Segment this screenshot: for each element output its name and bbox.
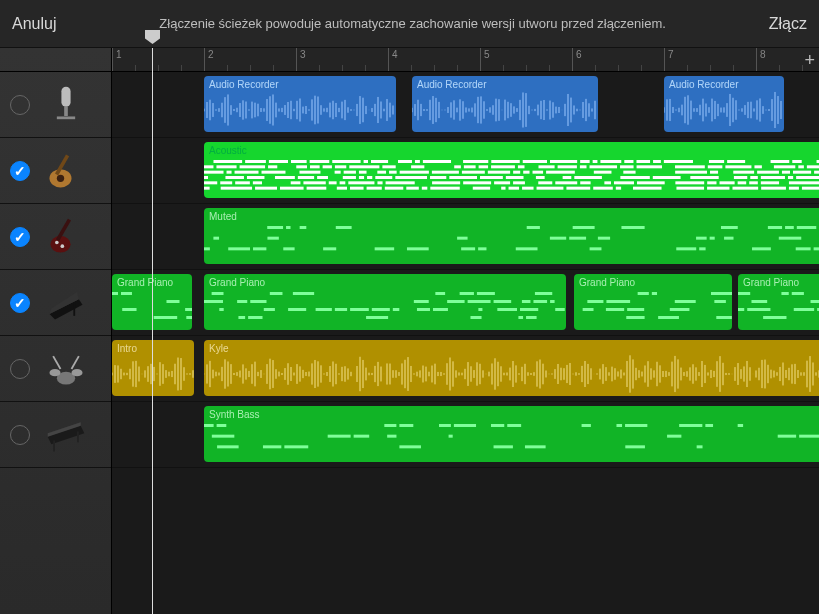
track-select-checkbox[interactable] (10, 227, 30, 247)
svg-rect-115 (536, 176, 545, 179)
track-lane-drums[interactable]: IntroKyle (112, 336, 819, 402)
svg-rect-131 (303, 181, 325, 184)
region[interactable]: Kyle (204, 340, 819, 396)
svg-rect-88 (523, 171, 529, 174)
region[interactable]: Intro (112, 340, 194, 396)
svg-point-12 (72, 369, 83, 376)
track-select-checkbox[interactable] (10, 425, 30, 445)
svg-rect-279 (751, 300, 767, 303)
svg-rect-315 (697, 445, 703, 448)
svg-rect-231 (535, 292, 552, 295)
ruler-bar-label: 2 (208, 49, 214, 60)
svg-rect-76 (262, 171, 286, 174)
svg-rect-288 (384, 424, 396, 427)
svg-rect-159 (337, 187, 347, 190)
region[interactable]: Synth Bass (204, 406, 819, 462)
svg-line-14 (72, 356, 79, 369)
svg-rect-29 (491, 160, 519, 163)
svg-rect-71 (798, 165, 804, 168)
svg-rect-216 (796, 247, 811, 250)
svg-rect-287 (217, 424, 227, 427)
svg-rect-35 (624, 160, 633, 163)
track-header-synth[interactable] (0, 402, 111, 468)
svg-rect-109 (375, 176, 392, 179)
svg-rect-257 (248, 316, 262, 319)
track-select-checkbox[interactable] (10, 359, 30, 379)
merge-header: Anuluj Złączenie ścieżek powoduje automa… (0, 0, 819, 48)
track-header-acoustic[interactable] (0, 138, 111, 204)
track-select-checkbox[interactable] (10, 293, 30, 313)
timeline[interactable]: + 12345678 Audio RecorderAudio RecorderA… (112, 48, 819, 614)
ruler-bar-label: 8 (760, 49, 766, 60)
svg-rect-92 (623, 171, 635, 174)
svg-rect-162 (385, 187, 404, 190)
track-lane-mic[interactable]: Audio RecorderAudio RecorderAudio Record… (112, 72, 819, 138)
svg-rect-209 (461, 247, 475, 250)
cancel-button[interactable]: Anuluj (12, 15, 56, 33)
track-lanes: Audio RecorderAudio RecorderAudio Record… (112, 72, 819, 614)
ruler-tick (595, 65, 596, 71)
svg-rect-205 (283, 247, 294, 250)
svg-rect-155 (221, 187, 252, 190)
region[interactable]: Audio Recorder (664, 76, 784, 132)
svg-rect-152 (761, 181, 779, 184)
svg-rect-306 (778, 435, 796, 438)
svg-rect-229 (460, 292, 474, 295)
add-bar-button[interactable]: + (804, 50, 815, 71)
svg-rect-193 (267, 237, 278, 240)
svg-rect-138 (463, 181, 491, 184)
track-header-mic[interactable] (0, 72, 111, 138)
svg-rect-172 (593, 187, 613, 190)
svg-rect-78 (335, 171, 341, 174)
svg-rect-294 (582, 424, 591, 427)
track-header-bass[interactable] (0, 204, 111, 270)
region[interactable]: Muted (204, 208, 819, 264)
track-lane-bass[interactable]: Muted (112, 204, 819, 270)
piano-icon (42, 279, 90, 327)
svg-rect-16 (53, 440, 55, 451)
svg-rect-233 (237, 300, 247, 303)
svg-rect-219 (121, 292, 132, 295)
svg-rect-117 (574, 176, 602, 179)
svg-rect-19 (269, 160, 288, 163)
svg-rect-57 (479, 165, 488, 168)
region[interactable]: Acoustic (204, 142, 819, 198)
track-lane-acoustic[interactable]: Acoustic (112, 138, 819, 204)
guitar-icon (42, 147, 90, 195)
region[interactable]: Grand Piano (738, 274, 819, 330)
region[interactable]: Grand Piano (574, 274, 732, 330)
svg-rect-210 (478, 247, 486, 250)
track-select-checkbox[interactable] (10, 95, 30, 115)
svg-rect-285 (763, 316, 786, 319)
svg-rect-21 (310, 160, 330, 163)
time-ruler[interactable]: + 12345678 (112, 48, 819, 72)
svg-rect-83 (400, 171, 429, 174)
svg-rect-110 (395, 176, 427, 179)
svg-rect-139 (494, 181, 510, 184)
track-header-drums[interactable] (0, 336, 111, 402)
svg-rect-107 (359, 176, 364, 179)
track-header-piano[interactable] (0, 270, 111, 336)
svg-rect-179 (789, 187, 799, 190)
track-lane-synth[interactable]: Synth Bass (112, 402, 819, 468)
region[interactable]: Audio Recorder (204, 76, 396, 132)
playhead[interactable] (152, 48, 153, 614)
track-lane-piano[interactable]: Grand PianoGrand PianoGrand PianoGrand P… (112, 270, 819, 336)
svg-rect-64 (620, 165, 634, 168)
svg-rect-90 (546, 171, 575, 174)
ruler-tick (641, 65, 642, 71)
svg-rect-232 (204, 300, 223, 303)
svg-rect-56 (464, 165, 476, 168)
svg-rect-185 (527, 226, 540, 229)
ruler-tick (273, 65, 274, 71)
svg-rect-73 (204, 171, 224, 174)
merge-button[interactable]: Złącz (769, 15, 807, 33)
region[interactable]: Grand Piano (204, 274, 566, 330)
track-select-checkbox[interactable] (10, 161, 30, 181)
svg-rect-27 (423, 160, 451, 163)
svg-rect-272 (670, 308, 690, 311)
region[interactable]: Audio Recorder (412, 76, 598, 132)
svg-line-13 (53, 356, 60, 369)
ruler-bar: 1 (112, 48, 122, 71)
svg-rect-74 (227, 171, 232, 174)
